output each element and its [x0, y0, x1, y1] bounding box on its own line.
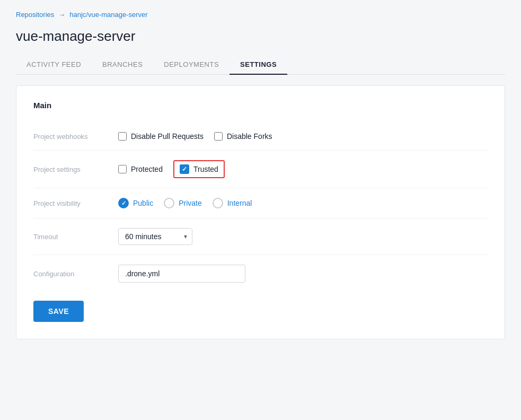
trusted-checkmark: ✓ [182, 166, 187, 172]
timeout-controls: 60 minutes 30 minutes 90 minutes 120 min… [118, 228, 192, 245]
tab-deployments[interactable]: DEPLOYMENTS [153, 55, 229, 75]
section-title: Main [33, 101, 488, 110]
disable-forks-label: Disable Forks [227, 132, 272, 141]
visibility-row: Project visibility ✓ Public Private [33, 188, 488, 218]
protected-checkbox[interactable] [118, 165, 127, 173]
configuration-label: Configuration [33, 270, 118, 278]
breadcrumb: Repositories → hanjc/vue-manage-server [16, 11, 505, 19]
public-checkmark: ✓ [121, 200, 126, 207]
webhooks-row: Project webhooks Disable Pull Requests D… [33, 122, 488, 151]
public-radio-wrapper[interactable]: ✓ Public [118, 198, 153, 208]
tabs-nav: ACTIVITY FEED BRANCHES DEPLOYMENTS SETTI… [16, 55, 505, 75]
breadcrumb-repositories-link[interactable]: Repositories [16, 11, 54, 19]
protected-wrapper[interactable]: Protected [118, 165, 163, 173]
webhooks-label: Project webhooks [33, 133, 118, 141]
breadcrumb-arrow: → [58, 11, 65, 19]
internal-radio-wrapper[interactable]: Internal [213, 198, 252, 208]
private-radio-unchecked [164, 198, 174, 208]
disable-pull-requests-wrapper[interactable]: Disable Pull Requests [118, 132, 204, 141]
project-settings-label: Project settings [33, 165, 118, 173]
internal-label: Internal [227, 199, 252, 207]
page-container: Repositories → hanjc/vue-manage-server v… [0, 0, 521, 420]
timeout-row: Timeout 60 minutes 30 minutes 90 minutes… [33, 218, 488, 255]
protected-label: Protected [131, 165, 163, 173]
timeout-label: Timeout [33, 233, 118, 241]
settings-card: Main Project webhooks Disable Pull Reque… [16, 85, 505, 339]
webhooks-controls: Disable Pull Requests Disable Forks [118, 132, 272, 141]
visibility-controls: ✓ Public Private Internal [118, 198, 252, 208]
tab-settings[interactable]: SETTINGS [229, 55, 287, 75]
tab-branches[interactable]: BRANCHES [92, 55, 153, 75]
repo-title: vue-manage-server [16, 28, 505, 45]
tab-activity-feed[interactable]: ACTIVITY FEED [16, 55, 92, 75]
visibility-label: Project visibility [33, 199, 118, 207]
configuration-row: Configuration [33, 255, 488, 292]
disable-pull-requests-checkbox[interactable] [118, 132, 127, 141]
internal-radio-unchecked [213, 198, 223, 208]
disable-pull-requests-label: Disable Pull Requests [131, 132, 204, 141]
timeout-select-wrapper: 60 minutes 30 minutes 90 minutes 120 min… [118, 228, 192, 245]
configuration-input[interactable] [118, 265, 245, 283]
timeout-select[interactable]: 60 minutes 30 minutes 90 minutes 120 min… [118, 228, 192, 245]
disable-forks-wrapper[interactable]: Disable Forks [214, 132, 272, 141]
trusted-label: Trusted [193, 165, 218, 173]
private-label: Private [179, 199, 202, 207]
project-settings-row: Project settings Protected ✓ Trusted [33, 151, 488, 188]
save-button[interactable]: SAVE [33, 301, 84, 322]
private-radio-wrapper[interactable]: Private [164, 198, 202, 208]
disable-forks-checkbox[interactable] [214, 132, 223, 141]
trusted-wrapper[interactable]: ✓ Trusted [173, 160, 225, 178]
configuration-controls [118, 265, 245, 283]
public-label: Public [133, 199, 153, 207]
project-settings-controls: Protected ✓ Trusted [118, 160, 225, 178]
breadcrumb-current: hanjc/vue-manage-server [69, 11, 147, 19]
public-radio-checked: ✓ [118, 198, 129, 208]
trusted-checkbox-icon: ✓ [180, 164, 189, 174]
